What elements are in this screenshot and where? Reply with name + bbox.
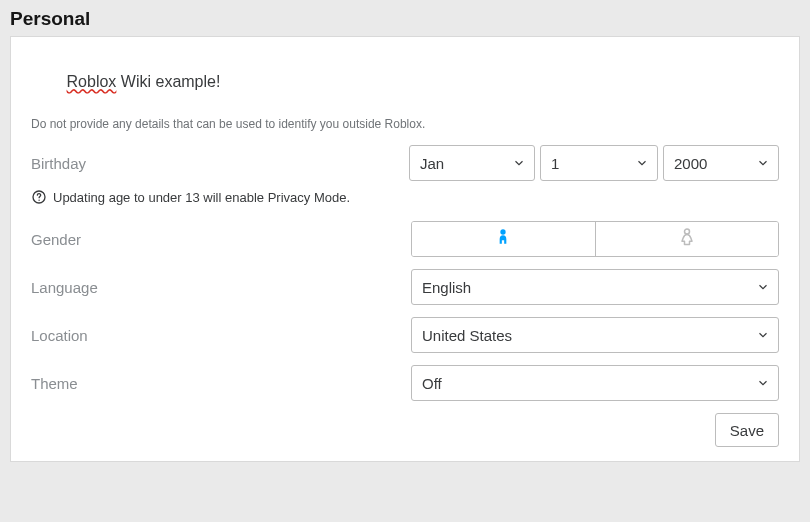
gender-select-group bbox=[411, 221, 779, 257]
gender-male-button[interactable] bbox=[412, 222, 596, 256]
theme-label: Theme bbox=[31, 375, 411, 392]
female-icon bbox=[677, 227, 697, 251]
birthday-month-value: Jan bbox=[420, 155, 444, 172]
birthday-year-value: 2000 bbox=[674, 155, 707, 172]
svg-point-2 bbox=[501, 229, 506, 234]
chevron-down-icon bbox=[635, 156, 649, 170]
chevron-down-icon bbox=[756, 328, 770, 342]
birthday-day-value: 1 bbox=[551, 155, 559, 172]
language-value: English bbox=[422, 279, 471, 296]
about-helper-text: Do not provide any details that can be u… bbox=[31, 117, 779, 131]
language-label: Language bbox=[31, 279, 411, 296]
about-textarea[interactable]: Roblox Wiki example! bbox=[31, 55, 779, 109]
help-icon[interactable] bbox=[31, 189, 47, 205]
svg-point-1 bbox=[38, 199, 39, 200]
gender-female-button[interactable] bbox=[596, 222, 779, 256]
theme-value: Off bbox=[422, 375, 442, 392]
chevron-down-icon bbox=[756, 280, 770, 294]
about-word-roblox: Roblox bbox=[67, 73, 117, 90]
location-label: Location bbox=[31, 327, 411, 344]
birthday-year-select[interactable]: 2000 bbox=[663, 145, 779, 181]
chevron-down-icon bbox=[756, 376, 770, 390]
section-title: Personal bbox=[10, 8, 800, 30]
theme-select[interactable]: Off bbox=[411, 365, 779, 401]
personal-card: Roblox Wiki example! Do not provide any … bbox=[10, 36, 800, 462]
location-select[interactable]: United States bbox=[411, 317, 779, 353]
birthday-month-select[interactable]: Jan bbox=[409, 145, 535, 181]
save-button[interactable]: Save bbox=[715, 413, 779, 447]
location-value: United States bbox=[422, 327, 512, 344]
chevron-down-icon bbox=[756, 156, 770, 170]
male-icon bbox=[493, 227, 513, 251]
language-select[interactable]: English bbox=[411, 269, 779, 305]
birthday-label: Birthday bbox=[31, 155, 409, 172]
birthday-day-select[interactable]: 1 bbox=[540, 145, 658, 181]
chevron-down-icon bbox=[512, 156, 526, 170]
svg-point-3 bbox=[684, 229, 689, 234]
birthday-privacy-note: Updating age to under 13 will enable Pri… bbox=[53, 190, 350, 205]
gender-label: Gender bbox=[31, 231, 411, 248]
